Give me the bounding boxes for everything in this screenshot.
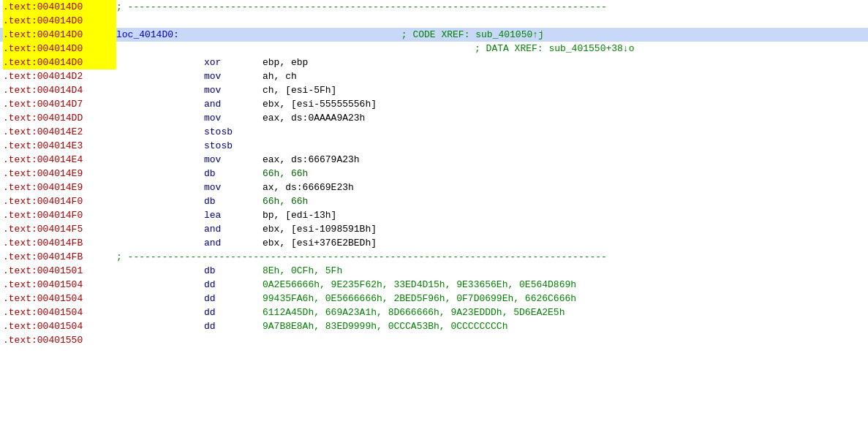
address: .text:004014E9: [3, 167, 116, 181]
code-row: .text:004014D2 mov ah, ch: [0, 69, 868, 83]
code-row: .text:004014E2 stosb: [0, 125, 868, 139]
address: .text:00401504: [3, 292, 116, 306]
code-row-highlighted: .text:004014D0 loc_4014D0: ; CODE XREF: …: [0, 28, 868, 42]
code-row: .text:004014DD mov eax, ds:0AAAA9A23h: [0, 111, 868, 125]
address: .text:004014D0: [3, 56, 116, 69]
mnemonic: dd: [204, 306, 263, 319]
operand: 66h, 66h: [263, 167, 308, 181]
code-row: .text:00401550: [0, 333, 868, 347]
address: .text:004014FB: [3, 250, 116, 264]
code-row: .text:004014FB and ebx, [esi+376E2BEDh]: [0, 236, 868, 250]
code-view: .text:004014D0 ; -----------------------…: [0, 0, 868, 421]
operand: 9A7B8E8Ah, 83ED9999h, 0CCCA53Bh, 0CCCCCC…: [263, 319, 507, 333]
address: .text:004014E3: [3, 139, 116, 153]
mnemonic: mov: [204, 83, 263, 97]
mnemonic: db: [204, 194, 263, 208]
mnemonic: db: [204, 264, 263, 278]
code-row: .text:004014D0 xor ebp, ebp: [0, 56, 868, 69]
mnemonic: db: [204, 167, 263, 181]
address: .text:004014F5: [3, 222, 116, 236]
operand: 99435FA6h, 0E5666666h, 2BED5F96h, 0F7D06…: [263, 292, 576, 306]
code-row: .text:004014F0 db 66h, 66h: [0, 194, 868, 208]
code-row: .text:004014FB ; -----------------------…: [0, 250, 868, 264]
mnemonic: lea: [204, 208, 263, 222]
code-row: .text:004014E9 db 66h, 66h: [0, 167, 868, 181]
code-row: .text:004014E9 mov ax, ds:66669E23h: [0, 181, 868, 194]
mnemonic: mov: [204, 111, 263, 125]
separator-line: ; --------------------------------------…: [116, 0, 607, 14]
address: .text:004014F0: [3, 208, 116, 222]
address: .text:00401504: [3, 278, 116, 292]
address: .text:00401504: [3, 319, 116, 333]
code-row: .text:00401504 dd 6112A45Dh, 669A23A1h, …: [0, 306, 868, 319]
mnemonic: stosb: [204, 125, 263, 139]
code-row: .text:004014F5 and ebx, [esi-1098591Bh]: [0, 222, 868, 236]
operand: eax, ds:0AAAA9A23h: [263, 111, 365, 125]
code-row: .text:004014E4 mov eax, ds:66679A23h: [0, 153, 868, 167]
address: .text:004014DD: [3, 111, 116, 125]
address: .text:004014FB: [3, 236, 116, 250]
operand: bp, [edi-13h]: [263, 208, 336, 222]
operand: ebx, [esi-1098591Bh]: [263, 222, 377, 236]
operand: ah, ch: [263, 69, 297, 83]
code-row: .text:004014D0: [0, 14, 868, 28]
mnemonic: dd: [204, 292, 263, 306]
address: .text:004014E4: [3, 153, 116, 167]
code-row: .text:004014D4 mov ch, [esi-5Fh]: [0, 83, 868, 97]
code-row: .text:004014D0 ; DATA XREF: sub_401550+3…: [0, 42, 868, 56]
mnemonic: mov: [204, 69, 263, 83]
code-row: .text:00401501 db 8Eh, 0CFh, 5Fh: [0, 264, 868, 278]
address: .text:004014D0: [3, 14, 116, 28]
code-row: .text:004014F0 lea bp, [edi-13h]: [0, 208, 868, 222]
code-comment: ; DATA XREF: sub_401550+38↓o: [475, 42, 634, 56]
operand: ebp, ebp: [263, 56, 308, 69]
address: .text:004014F0: [3, 194, 116, 208]
code-row: .text:004014E3 stosb: [0, 139, 868, 153]
address: .text:004014D7: [3, 97, 116, 111]
address: .text:004014E9: [3, 181, 116, 194]
mnemonic: dd: [204, 319, 263, 333]
address: .text:004014E2: [3, 125, 116, 139]
mnemonic: and: [204, 97, 263, 111]
mnemonic: stosb: [204, 139, 263, 153]
operand: 6112A45Dh, 669A23A1h, 8D666666h, 9A23EDD…: [263, 306, 565, 319]
code-row: .text:00401504 dd 0A2E56666h, 9E235F62h,…: [0, 278, 868, 292]
label: loc_4014D0:: [116, 28, 179, 42]
address: .text:00401550: [3, 333, 116, 347]
mnemonic: dd: [204, 278, 263, 292]
mnemonic: xor: [204, 56, 263, 69]
address: .text:004014D0: [3, 0, 116, 14]
code-row: .text:00401504 dd 9A7B8E8Ah, 83ED9999h, …: [0, 319, 868, 333]
code-comment: ; CODE XREF: sub_401050↑j: [401, 28, 544, 42]
address: .text:00401501: [3, 264, 116, 278]
address: .text:00401504: [3, 306, 116, 319]
mnemonic: and: [204, 222, 263, 236]
operand: ebx, [esi+376E2BEDh]: [263, 236, 377, 250]
mnemonic: mov: [204, 153, 263, 167]
operand: 66h, 66h: [263, 194, 308, 208]
address: .text:004014D0: [3, 42, 116, 56]
operand: 8Eh, 0CFh, 5Fh: [263, 264, 342, 278]
code-row: .text:004014D0 ; -----------------------…: [0, 0, 868, 14]
address: .text:004014D0: [3, 28, 116, 42]
operand: ch, [esi-5Fh]: [263, 83, 336, 97]
code-row: .text:004014D7 and ebx, [esi-55555556h]: [0, 97, 868, 111]
address: .text:004014D2: [3, 69, 116, 83]
mnemonic: and: [204, 236, 263, 250]
operand: ax, ds:66669E23h: [263, 181, 354, 194]
code-row: .text:00401504 dd 99435FA6h, 0E5666666h,…: [0, 292, 868, 306]
operand: eax, ds:66679A23h: [263, 153, 360, 167]
mnemonic: mov: [204, 181, 263, 194]
separator-line: ; --------------------------------------…: [116, 250, 607, 264]
operand: 0A2E56666h, 9E235F62h, 33ED4D15h, 9E3365…: [263, 278, 576, 292]
address: .text:004014D4: [3, 83, 116, 97]
operand: ebx, [esi-55555556h]: [263, 97, 377, 111]
